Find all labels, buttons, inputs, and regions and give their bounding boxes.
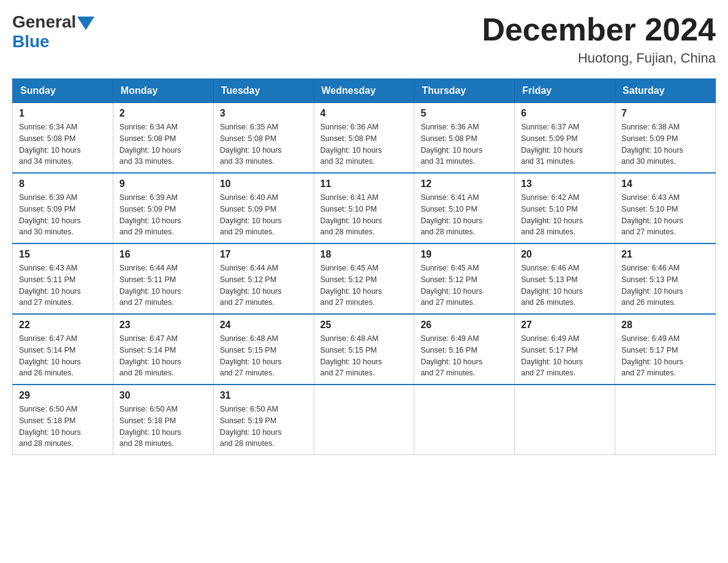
day-number: 1 bbox=[19, 108, 107, 119]
day-number: 15 bbox=[19, 249, 107, 260]
calendar-cell: 6 Sunrise: 6:37 AM Sunset: 5:09 PM Dayli… bbox=[515, 103, 615, 174]
calendar-cell: 10 Sunrise: 6:40 AM Sunset: 5:09 PM Dayl… bbox=[213, 173, 314, 243]
calendar-cell: 24 Sunrise: 6:48 AM Sunset: 5:15 PM Dayl… bbox=[213, 314, 314, 385]
calendar-week-5: 29 Sunrise: 6:50 AM Sunset: 5:18 PM Dayl… bbox=[13, 385, 716, 455]
day-number: 23 bbox=[119, 320, 207, 331]
day-number: 13 bbox=[521, 178, 609, 190]
calendar-cell: 29 Sunrise: 6:50 AM Sunset: 5:18 PM Dayl… bbox=[13, 385, 113, 455]
calendar-cell: 8 Sunrise: 6:39 AM Sunset: 5:09 PM Dayli… bbox=[13, 173, 113, 243]
calendar-cell: 19 Sunrise: 6:45 AM Sunset: 5:12 PM Dayl… bbox=[414, 243, 515, 314]
day-number: 12 bbox=[420, 178, 508, 190]
day-info: Sunrise: 6:42 AM Sunset: 5:10 PM Dayligh… bbox=[521, 192, 609, 238]
calendar-header-saturday: Saturday bbox=[615, 79, 716, 103]
calendar-cell: 3 Sunrise: 6:35 AM Sunset: 5:08 PM Dayli… bbox=[213, 103, 314, 174]
calendar-cell: 28 Sunrise: 6:49 AM Sunset: 5:17 PM Dayl… bbox=[615, 314, 716, 385]
calendar-cell: 15 Sunrise: 6:43 AM Sunset: 5:11 PM Dayl… bbox=[13, 243, 113, 314]
day-info: Sunrise: 6:40 AM Sunset: 5:09 PM Dayligh… bbox=[220, 192, 308, 238]
day-number: 5 bbox=[420, 108, 508, 119]
day-number: 22 bbox=[19, 320, 107, 331]
day-info: Sunrise: 6:47 AM Sunset: 5:14 PM Dayligh… bbox=[19, 333, 107, 379]
day-number: 7 bbox=[621, 108, 709, 119]
day-number: 30 bbox=[119, 390, 207, 401]
calendar-week-1: 1 Sunrise: 6:34 AM Sunset: 5:08 PM Dayli… bbox=[13, 103, 716, 174]
day-info: Sunrise: 6:48 AM Sunset: 5:15 PM Dayligh… bbox=[220, 333, 308, 379]
day-number: 26 bbox=[420, 320, 508, 331]
day-number: 27 bbox=[521, 320, 609, 331]
calendar-cell bbox=[314, 385, 414, 455]
subtitle: Huotong, Fujian, China bbox=[482, 50, 716, 66]
calendar-week-4: 22 Sunrise: 6:47 AM Sunset: 5:14 PM Dayl… bbox=[13, 314, 716, 385]
calendar-cell: 27 Sunrise: 6:49 AM Sunset: 5:17 PM Dayl… bbox=[515, 314, 615, 385]
day-info: Sunrise: 6:36 AM Sunset: 5:08 PM Dayligh… bbox=[320, 121, 408, 167]
calendar-header-friday: Friday bbox=[515, 79, 615, 103]
day-number: 19 bbox=[420, 249, 508, 260]
day-info: Sunrise: 6:46 AM Sunset: 5:13 PM Dayligh… bbox=[621, 262, 709, 308]
calendar-cell: 11 Sunrise: 6:41 AM Sunset: 5:10 PM Dayl… bbox=[314, 173, 414, 243]
logo: General Blue bbox=[12, 12, 96, 52]
calendar-header-monday: Monday bbox=[113, 79, 213, 103]
day-info: Sunrise: 6:45 AM Sunset: 5:12 PM Dayligh… bbox=[320, 262, 408, 308]
day-number: 2 bbox=[119, 108, 207, 119]
calendar-header-wednesday: Wednesday bbox=[314, 79, 414, 103]
day-info: Sunrise: 6:37 AM Sunset: 5:09 PM Dayligh… bbox=[521, 121, 609, 167]
day-info: Sunrise: 6:44 AM Sunset: 5:12 PM Dayligh… bbox=[220, 262, 308, 308]
day-info: Sunrise: 6:44 AM Sunset: 5:11 PM Dayligh… bbox=[119, 262, 207, 308]
calendar-cell: 7 Sunrise: 6:38 AM Sunset: 5:09 PM Dayli… bbox=[615, 103, 716, 174]
calendar-header-thursday: Thursday bbox=[414, 79, 515, 103]
day-info: Sunrise: 6:38 AM Sunset: 5:09 PM Dayligh… bbox=[621, 121, 709, 167]
calendar-cell: 4 Sunrise: 6:36 AM Sunset: 5:08 PM Dayli… bbox=[314, 103, 414, 174]
calendar-cell: 20 Sunrise: 6:46 AM Sunset: 5:13 PM Dayl… bbox=[515, 243, 615, 314]
calendar-cell: 2 Sunrise: 6:34 AM Sunset: 5:08 PM Dayli… bbox=[113, 103, 213, 174]
day-info: Sunrise: 6:43 AM Sunset: 5:11 PM Dayligh… bbox=[19, 262, 107, 308]
day-number: 11 bbox=[320, 178, 408, 190]
day-number: 10 bbox=[220, 178, 308, 190]
day-info: Sunrise: 6:34 AM Sunset: 5:08 PM Dayligh… bbox=[119, 121, 207, 167]
day-number: 31 bbox=[220, 390, 308, 401]
calendar-cell bbox=[414, 385, 515, 455]
day-number: 14 bbox=[621, 178, 709, 190]
calendar-header-row: SundayMondayTuesdayWednesdayThursdayFrid… bbox=[13, 79, 716, 103]
calendar-cell: 1 Sunrise: 6:34 AM Sunset: 5:08 PM Dayli… bbox=[13, 103, 113, 174]
calendar-cell: 22 Sunrise: 6:47 AM Sunset: 5:14 PM Dayl… bbox=[13, 314, 113, 385]
day-info: Sunrise: 6:36 AM Sunset: 5:08 PM Dayligh… bbox=[420, 121, 508, 167]
day-info: Sunrise: 6:34 AM Sunset: 5:08 PM Dayligh… bbox=[19, 121, 107, 167]
day-number: 8 bbox=[19, 178, 107, 190]
day-info: Sunrise: 6:43 AM Sunset: 5:10 PM Dayligh… bbox=[621, 192, 709, 238]
day-info: Sunrise: 6:50 AM Sunset: 5:18 PM Dayligh… bbox=[119, 404, 207, 450]
day-number: 28 bbox=[621, 320, 709, 331]
calendar-cell: 16 Sunrise: 6:44 AM Sunset: 5:11 PM Dayl… bbox=[113, 243, 213, 314]
calendar-cell: 9 Sunrise: 6:39 AM Sunset: 5:09 PM Dayli… bbox=[113, 173, 213, 243]
calendar-cell bbox=[615, 385, 716, 455]
calendar-cell: 18 Sunrise: 6:45 AM Sunset: 5:12 PM Dayl… bbox=[314, 243, 414, 314]
day-info: Sunrise: 6:39 AM Sunset: 5:09 PM Dayligh… bbox=[19, 192, 107, 238]
title-section: December 2024 Huotong, Fujian, China bbox=[482, 12, 716, 66]
calendar-cell: 25 Sunrise: 6:48 AM Sunset: 5:15 PM Dayl… bbox=[314, 314, 414, 385]
calendar-cell bbox=[515, 385, 615, 455]
logo-blue-text: Blue bbox=[12, 32, 50, 52]
day-number: 24 bbox=[220, 320, 308, 331]
day-number: 4 bbox=[320, 108, 408, 119]
calendar-week-2: 8 Sunrise: 6:39 AM Sunset: 5:09 PM Dayli… bbox=[13, 173, 716, 243]
day-number: 17 bbox=[220, 249, 308, 260]
day-info: Sunrise: 6:49 AM Sunset: 5:17 PM Dayligh… bbox=[521, 333, 609, 379]
day-info: Sunrise: 6:47 AM Sunset: 5:14 PM Dayligh… bbox=[119, 333, 207, 379]
calendar-header-sunday: Sunday bbox=[13, 79, 113, 103]
calendar-cell: 17 Sunrise: 6:44 AM Sunset: 5:12 PM Dayl… bbox=[213, 243, 314, 314]
day-number: 20 bbox=[521, 249, 609, 260]
day-number: 6 bbox=[521, 108, 609, 119]
day-number: 21 bbox=[621, 249, 709, 260]
day-info: Sunrise: 6:49 AM Sunset: 5:16 PM Dayligh… bbox=[420, 333, 508, 379]
page-header: General Blue December 2024 Huotong, Fuji… bbox=[12, 12, 716, 66]
logo-general-text: General bbox=[12, 12, 76, 32]
calendar-table: SundayMondayTuesdayWednesdayThursdayFrid… bbox=[12, 79, 716, 455]
day-info: Sunrise: 6:49 AM Sunset: 5:17 PM Dayligh… bbox=[621, 333, 709, 379]
day-number: 16 bbox=[119, 249, 207, 260]
calendar-cell: 14 Sunrise: 6:43 AM Sunset: 5:10 PM Dayl… bbox=[615, 173, 716, 243]
calendar-cell: 31 Sunrise: 6:50 AM Sunset: 5:19 PM Dayl… bbox=[213, 385, 314, 455]
calendar-cell: 5 Sunrise: 6:36 AM Sunset: 5:08 PM Dayli… bbox=[414, 103, 515, 174]
day-info: Sunrise: 6:50 AM Sunset: 5:18 PM Dayligh… bbox=[19, 404, 107, 450]
day-number: 3 bbox=[220, 108, 308, 119]
day-info: Sunrise: 6:35 AM Sunset: 5:08 PM Dayligh… bbox=[220, 121, 308, 167]
calendar-cell: 13 Sunrise: 6:42 AM Sunset: 5:10 PM Dayl… bbox=[515, 173, 615, 243]
day-info: Sunrise: 6:48 AM Sunset: 5:15 PM Dayligh… bbox=[320, 333, 408, 379]
